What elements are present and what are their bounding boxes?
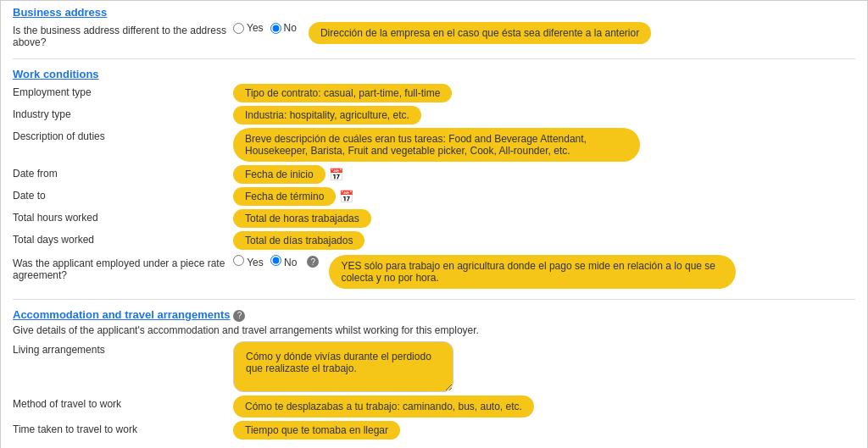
date-from-field: Fecha de inicio 📅 xyxy=(233,165,855,184)
piece-rate-yes-text: Yes xyxy=(247,257,264,268)
total-hours-row: Total hours worked Total de horas trabaj… xyxy=(13,209,855,228)
industry-type-tooltip: Industria: hospitality, agriculture, etc… xyxy=(233,106,421,124)
piece-rate-no-text: No xyxy=(284,257,297,268)
business-address-section: Business address Is the business address… xyxy=(1,1,867,55)
business-address-tooltip: Dirección de la empresa en el caso que é… xyxy=(309,22,651,44)
business-address-yes-radio[interactable] xyxy=(233,23,244,34)
accommodation-description: Give details of the applicant's accommod… xyxy=(13,324,855,336)
date-from-calendar-icon[interactable]: 📅 xyxy=(329,168,343,181)
employment-type-row: Employment type Tipo de contrato: casual… xyxy=(13,84,855,102)
date-to-tooltip: Fecha de término xyxy=(233,187,336,206)
business-address-no-label[interactable]: No xyxy=(270,22,297,34)
business-address-question: Is the business address different to the… xyxy=(13,22,233,48)
piece-rate-label: Was the applicant employed under a piece… xyxy=(13,255,233,281)
piece-rate-no-radio[interactable] xyxy=(270,255,281,266)
date-to-label: Date to xyxy=(13,187,233,202)
work-conditions-title: Work conditions xyxy=(13,68,855,80)
date-to-input-row: Fecha de término 📅 xyxy=(233,187,353,206)
employment-type-field: Tipo de contrato: casual, part-time, ful… xyxy=(233,84,855,102)
piece-rate-row: Was the applicant employed under a piece… xyxy=(13,255,855,289)
employment-type-tooltip: Tipo de contrato: casual, part-time, ful… xyxy=(233,84,452,102)
piece-rate-help-icon[interactable]: ? xyxy=(307,256,319,268)
business-address-radio-group: Yes No xyxy=(233,22,297,34)
business-address-yes-label[interactable]: Yes xyxy=(233,22,264,34)
total-days-field: Total de días trabajados xyxy=(233,231,855,250)
travel-time-row: Time taken to travel to work Tiempo que … xyxy=(13,421,855,440)
industry-type-row: Industry type Industria: hospitality, ag… xyxy=(13,106,855,124)
living-arrangements-label: Living arrangements xyxy=(13,341,233,356)
industry-type-label: Industry type xyxy=(13,106,233,120)
travel-method-field: Cómo te desplazabas a tu trabajo: camina… xyxy=(233,395,855,418)
total-hours-tooltip: Total de horas trabajadas xyxy=(233,209,371,228)
industry-type-field: Industria: hospitality, agriculture, etc… xyxy=(233,106,855,124)
duties-label: Description of duties xyxy=(13,128,233,142)
accommodation-section: Accommodation and travel arrangements ? … xyxy=(1,303,867,446)
duties-field: Breve descripción de cuáles eran tus tar… xyxy=(233,128,855,162)
business-address-row: Is the business address different to the… xyxy=(13,22,855,48)
duties-row: Description of duties Breve descripción … xyxy=(13,128,855,162)
living-arrangements-textarea[interactable]: Cómo y dónde vivías durante el perdiodo … xyxy=(233,341,453,392)
no-label-text: No xyxy=(284,22,297,34)
business-address-no-radio[interactable] xyxy=(270,23,281,34)
accommodation-title: Accommodation and travel arrangements xyxy=(13,308,230,321)
travel-time-label: Time taken to travel to work xyxy=(13,421,233,435)
date-to-calendar-icon[interactable]: 📅 xyxy=(339,190,353,203)
total-hours-field: Total de horas trabajadas xyxy=(233,209,855,228)
accommodation-help-icon[interactable]: ? xyxy=(233,310,245,322)
work-conditions-section: Work conditions Employment type Tipo de … xyxy=(1,63,867,296)
date-from-row: Date from Fecha de inicio 📅 xyxy=(13,165,855,184)
date-to-row: Date to Fecha de término 📅 xyxy=(13,187,855,206)
piece-rate-field: Yes No ? YES sólo para trabajo en agricu… xyxy=(233,255,855,289)
piece-rate-yes-label[interactable]: Yes xyxy=(233,255,264,268)
section-divider-2 xyxy=(13,299,855,300)
piece-rate-tooltip: YES sólo para trabajo en agricultura don… xyxy=(329,255,736,289)
piece-rate-no-label[interactable]: No xyxy=(270,255,298,268)
date-to-field: Fecha de término 📅 xyxy=(233,187,855,206)
total-days-label: Total days worked xyxy=(13,231,233,246)
piece-rate-radio-group: Yes No ? xyxy=(233,255,319,268)
total-hours-label: Total hours worked xyxy=(13,209,233,224)
date-from-input-row: Fecha de inicio 📅 xyxy=(233,165,343,184)
date-from-tooltip: Fecha de inicio xyxy=(233,165,326,184)
total-days-row: Total days worked Total de días trabajad… xyxy=(13,231,855,250)
accommodation-title-row: Accommodation and travel arrangements ? xyxy=(13,308,855,324)
travel-method-row: Method of travel to work Cómo te desplaz… xyxy=(13,395,855,418)
employment-type-label: Employment type xyxy=(13,84,233,98)
date-from-label: Date from xyxy=(13,165,233,180)
duties-tooltip: Breve descripción de cuáles eran tus tar… xyxy=(233,128,640,162)
business-address-field: Yes No Dirección de la empresa en el cas… xyxy=(233,22,855,44)
living-arrangements-row: Living arrangements Cómo y dónde vivías … xyxy=(13,341,855,392)
travel-method-label: Method of travel to work xyxy=(13,395,233,410)
section-divider-1 xyxy=(13,58,855,59)
business-address-title: Business address xyxy=(13,6,855,19)
travel-method-tooltip: Cómo te desplazabas a tu trabajo: camina… xyxy=(233,395,534,418)
living-arrangements-field: Cómo y dónde vivías durante el perdiodo … xyxy=(233,341,855,392)
piece-rate-yes-radio[interactable] xyxy=(233,255,244,266)
travel-time-field: Tiempo que te tomaba en llegar xyxy=(233,421,855,440)
yes-label-text: Yes xyxy=(247,22,264,34)
total-days-tooltip: Total de días trabajados xyxy=(233,231,364,250)
travel-time-tooltip: Tiempo que te tomaba en llegar xyxy=(233,421,400,440)
